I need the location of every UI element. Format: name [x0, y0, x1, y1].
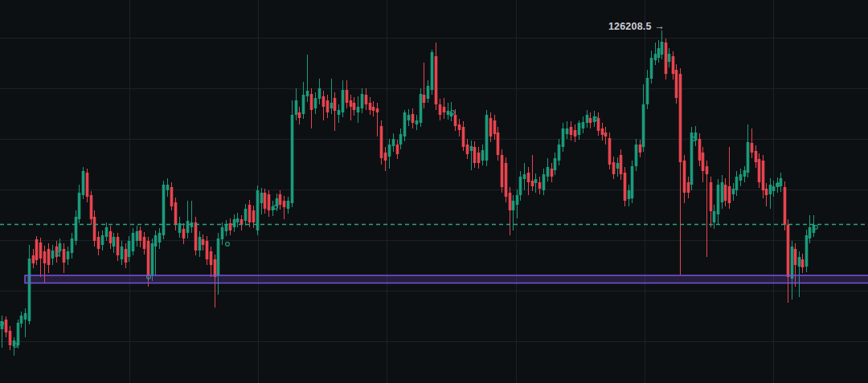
circle-markers	[0, 111, 817, 348]
support-zone-band[interactable]	[25, 275, 868, 283]
candles-layer	[1, 31, 816, 356]
chart-svg: 126208.5 →	[0, 0, 868, 383]
candlestick-chart[interactable]: 126208.5 →	[0, 0, 868, 383]
high-price-label: 126208.5 →	[608, 21, 665, 32]
grid-lines	[0, 0, 868, 383]
